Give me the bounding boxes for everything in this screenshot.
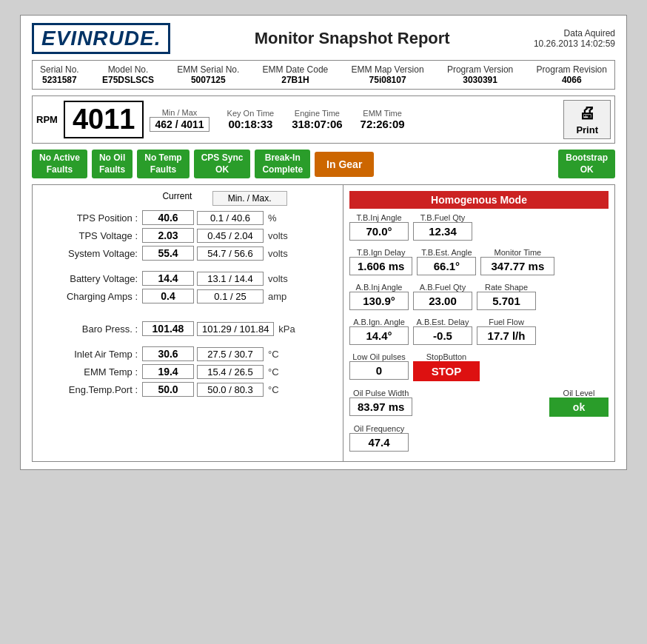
stop-button-cell: StopButton STOP [413, 352, 480, 381]
inlet-air-temp-current: 30.6 [142, 346, 194, 361]
ab-inj-angle-value: 130.9° [349, 292, 409, 310]
rate-shape-value: 5.701 [477, 292, 536, 310]
oil-frequency-cell: Oil Frequency 47.4 [349, 424, 409, 452]
minmax-header: Min. / Max. [212, 191, 287, 206]
ab-est-delay-cell: A.B.Est. Delay -0.5 [413, 318, 472, 345]
system-voltage-unit: volts [268, 248, 288, 259]
inlet-air-temp-minmax: 27.5 / 30.7 [197, 347, 264, 361]
charging-amps-row: Charging Amps : 0.4 0.1 / 25 amp [38, 289, 337, 303]
tps-voltage-label: TPS Voltage : [38, 230, 142, 241]
battery-voltage-unit: volts [268, 273, 288, 284]
row-tb-inj-fuel: T.B.Inj Angle 70.0° T.B.Fuel Qty 12.34 [349, 213, 609, 241]
baro-press-minmax: 101.29 / 101.84 [197, 322, 274, 336]
fuel-flow-label: Fuel Flow [489, 318, 524, 326]
ab-fuel-qty-cell: A.B.Fuel Qty 23.00 [413, 283, 472, 310]
report-header: EVINRUDE. Monitor Snapshot Report Data A… [32, 23, 615, 54]
eng-temp-port-current: 50.0 [142, 382, 194, 397]
tb-inj-angle-label: T.B.Inj Angle [356, 213, 401, 222]
current-header: Current [162, 191, 192, 206]
tb-fuel-qty-cell: T.B.Fuel Qty 12.34 [413, 213, 472, 241]
system-voltage-label: System Voltage: [38, 248, 142, 259]
emm-temp-label: EMM Temp : [38, 366, 142, 378]
ab-ign-angle-cell: A.B.Ign. Angle 14.4° [349, 318, 409, 345]
program-version: Program Version 3030391 [447, 64, 513, 85]
emm-temp-unit: °C [268, 366, 279, 378]
in-gear-btn: In Gear [315, 152, 374, 177]
row-tb-ign: T.B.Ign Delay 1.606 ms T.B.Est. Angle 66… [349, 248, 609, 275]
right-panel: Homogenous Mode T.B.Inj Angle 70.0° T.B.… [343, 185, 614, 461]
inlet-air-temp-label: Inlet Air Temp : [38, 349, 142, 360]
ab-inj-angle-cell: A.B.Inj Angle 130.9° [349, 283, 409, 310]
tps-voltage-current: 2.03 [142, 228, 194, 243]
inlet-air-temp-unit: °C [268, 349, 279, 360]
stop-button-label: StopButton [426, 352, 466, 361]
no-oil-faults-btn: No Oil Faults [92, 150, 133, 178]
inlet-air-temp-row: Inlet Air Temp : 30.6 27.5 / 30.7 °C [38, 346, 337, 361]
ab-ign-angle-label: A.B.Ign. Angle [353, 318, 405, 326]
oil-level-ok-button: ok [549, 398, 609, 417]
print-button[interactable]: 🖨 Print [563, 100, 611, 139]
tb-est-angle-cell: T.B.Est. Angle 66.1° [417, 248, 476, 275]
rpm-row: RPM 4011 Min / Max 462 / 4011 Key On Tim… [32, 95, 615, 144]
tb-est-angle-label: T.B.Est. Angle [421, 248, 472, 257]
tb-fuel-qty-value: 12.34 [413, 222, 472, 241]
tb-inj-angle-cell: T.B.Inj Angle 70.0° [349, 213, 409, 241]
fuel-flow-cell: Fuel Flow 17.7 l/h [477, 318, 536, 345]
low-oil-pulses-value: 0 [349, 361, 409, 380]
engine-time: Engine Time 318:07:06 [292, 109, 342, 130]
bootstrap-ok-btn: Bootstrap OK [558, 150, 615, 178]
tps-voltage-unit: volts [268, 230, 288, 241]
system-voltage-row: System Voltage: 55.4 54.7 / 56.6 volts [38, 246, 337, 261]
rpm-minmax: Min / Max 462 / 4011 [150, 108, 209, 132]
emm-temp-current: 19.4 [142, 364, 194, 379]
emm-serial-no: EMM Serial No. 5007125 [177, 64, 239, 85]
emm-temp-row: EMM Temp : 19.4 15.4 / 26.5 °C [38, 364, 337, 379]
low-oil-pulses-cell: Low Oil pulses 0 [349, 352, 409, 381]
oil-level-label: Oil Level [563, 389, 595, 398]
printer-icon: 🖨 [579, 104, 595, 123]
eng-temp-port-minmax: 50.0 / 80.3 [197, 383, 264, 397]
row-oil-pulses: Low Oil pulses 0 StopButton STOP [349, 352, 609, 381]
left-panel-header: Current Min. / Max. [38, 191, 337, 206]
stop-button: STOP [413, 361, 480, 381]
battery-voltage-minmax: 13.1 / 14.4 [197, 272, 264, 286]
monitor-time-value: 347.77 ms [480, 257, 554, 275]
battery-voltage-row: Battery Voltage: 14.4 13.1 / 14.4 volts [38, 271, 337, 286]
low-oil-pulses-label: Low Oil pulses [352, 352, 406, 361]
tps-position-minmax: 0.1 / 40.6 [197, 211, 264, 225]
homogenous-header: Homogenous Mode [349, 191, 609, 209]
tps-position-unit: % [268, 212, 277, 224]
right-inner: T.B.Inj Angle 70.0° T.B.Fuel Qty 12.34 T… [349, 213, 609, 455]
baro-press-row: Baro Press. : 101.48 101.29 / 101.84 kPa [38, 321, 337, 336]
oil-pulse-width-cell: Oil Pulse Width 83.97 ms [349, 389, 412, 417]
battery-voltage-current: 14.4 [142, 271, 194, 286]
tb-ign-delay-label: T.B.Ign Delay [357, 248, 405, 257]
emm-date-code: EMM Date Code 27B1H [263, 64, 329, 85]
rate-shape-cell: Rate Shape 5.701 [477, 283, 536, 310]
oil-frequency-label: Oil Frequency [354, 424, 404, 433]
ab-fuel-qty-label: A.B.Fuel Qty [420, 283, 466, 292]
fuel-flow-value: 17.7 l/h [477, 326, 536, 345]
baro-press-label: Baro Press. : [38, 323, 142, 335]
battery-voltage-label: Battery Voltage: [38, 273, 142, 284]
tps-position-current: 40.6 [142, 210, 194, 225]
row-ab-ign: A.B.Ign. Angle 14.4° A.B.Est. Delay -0.5… [349, 318, 609, 345]
cps-sync-ok-btn: CPS Sync OK [194, 150, 251, 178]
no-temp-faults-btn: No Temp Faults [137, 150, 189, 178]
emm-temp-minmax: 15.4 / 26.5 [197, 365, 264, 379]
ab-est-delay-value: -0.5 [413, 326, 472, 345]
tb-inj-angle-value: 70.0° [349, 222, 409, 241]
report-title: Monitor Snapshot Report [170, 29, 533, 48]
system-voltage-current: 55.4 [142, 246, 194, 261]
row-oil-frequency: Oil Frequency 47.4 [349, 424, 609, 452]
charging-amps-unit: amp [268, 291, 286, 302]
tb-ign-delay-value: 1.606 ms [349, 257, 412, 275]
tb-ign-delay-cell: T.B.Ign Delay 1.606 ms [349, 248, 412, 275]
charging-amps-label: Charging Amps : [38, 291, 142, 302]
emm-map-version: EMM Map Version 75i08107 [352, 64, 424, 85]
break-in-complete-btn: Break-In Complete [255, 150, 310, 178]
tb-est-angle-value: 66.1° [417, 257, 476, 275]
rpm-value: 4011 [64, 101, 144, 138]
serial-no: Serial No. 5231587 [40, 64, 79, 85]
eng-temp-port-label: Eng.Temp.Port : [38, 384, 142, 395]
